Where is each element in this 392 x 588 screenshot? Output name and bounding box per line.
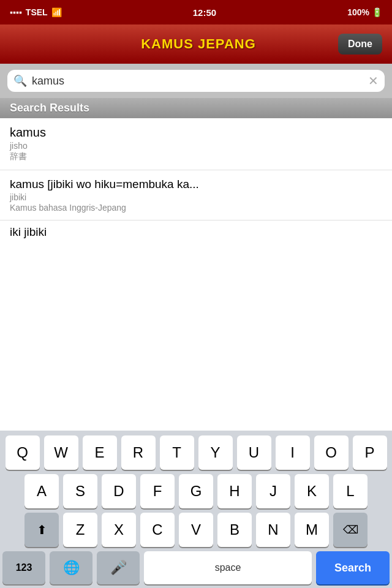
status-right: 100% 🔋 [347,7,382,17]
key-q[interactable]: Q [6,435,40,470]
result-item-1[interactable]: kamus jisho 辞書 [0,118,392,170]
clear-button[interactable]: ✕ [368,74,379,88]
key-g[interactable]: G [179,474,213,508]
result-2-sub1: jibiki [10,192,382,202]
key-k[interactable]: K [295,474,329,508]
search-input-container[interactable]: 🔍 ✕ [7,70,385,92]
result-1-sub1: jisho [10,141,382,151]
key-d[interactable]: D [102,474,136,508]
globe-key[interactable]: 🌐 [50,551,92,584]
results-header: Search Results [0,98,392,118]
done-button[interactable]: Done [338,34,382,55]
space-key[interactable]: space [144,551,312,584]
keyboard-row-4: 123 🌐 🎤 space Search [0,551,392,584]
nav-title: KAMUS JEPANG [59,36,338,52]
backspace-key[interactable]: ⌫ [333,513,368,547]
key-r[interactable]: R [121,435,156,470]
keyboard-row-2: A S D F G H J K L [0,474,392,508]
keyboard-row-1: Q W E R T Y U I O P [0,435,392,470]
battery-icon: 🔋 [372,7,382,17]
key-v[interactable]: V [179,513,213,547]
keyboard: Q W E R T Y U I O P A S D F G H J K L ⬆ … [0,431,392,588]
key-h[interactable]: H [217,474,252,508]
key-a[interactable]: A [24,474,59,508]
wifi-icon: 📶 [51,7,62,17]
signal-icon: ▪▪▪▪ [10,7,22,17]
key-f[interactable]: F [140,474,175,508]
nav-bar: KAMUS JEPANG Done [0,24,392,64]
search-key[interactable]: Search [316,551,390,584]
key-l[interactable]: L [333,474,368,508]
key-p[interactable]: P [353,435,387,470]
key-e[interactable]: E [83,435,117,470]
key-u[interactable]: U [237,435,271,470]
key-w[interactable]: W [44,435,78,470]
search-bar: 🔍 ✕ [0,64,392,98]
battery-label: 100% [347,7,369,17]
key-z[interactable]: Z [63,513,97,547]
key-o[interactable]: O [314,435,349,470]
key-x[interactable]: X [102,513,136,547]
keyboard-row-3: ⬆ Z X C V B N M ⌫ [0,513,392,547]
search-input[interactable] [32,75,363,88]
time-label: 12:50 [193,7,216,18]
key-s[interactable]: S [63,474,97,508]
search-magnify-icon: 🔍 [13,74,27,88]
status-left: ▪▪▪▪ TSEL 📶 [10,7,62,17]
result-3-main: iki jibiki [10,225,382,239]
key-m[interactable]: M [295,513,329,547]
carrier-label: TSEL [26,7,48,17]
result-2-main: kamus [jibiki wo hiku=membuka ka... [10,178,382,191]
status-bar: ▪▪▪▪ TSEL 📶 12:50 100% 🔋 [0,0,392,24]
result-item-3[interactable]: iki jibiki [0,221,392,244]
result-1-main: kamus [10,126,382,140]
key-c[interactable]: C [140,513,175,547]
result-2-sub2: Kamus bahasa Inggris-Jepang [10,203,382,213]
result-item-2[interactable]: kamus [jibiki wo hiku=membuka ka... jibi… [0,170,392,221]
key-y[interactable]: Y [198,435,233,470]
results-list: kamus jisho 辞書 kamus [jibiki wo hiku=mem… [0,118,392,244]
shift-key[interactable]: ⬆ [24,513,59,547]
key-j[interactable]: J [256,474,290,508]
key-t[interactable]: T [160,435,194,470]
microphone-key[interactable]: 🎤 [97,551,140,584]
key-n[interactable]: N [256,513,290,547]
result-1-sub2: 辞書 [10,151,382,162]
key-b[interactable]: B [217,513,252,547]
key-i[interactable]: I [276,435,310,470]
numbers-key[interactable]: 123 [2,551,45,584]
